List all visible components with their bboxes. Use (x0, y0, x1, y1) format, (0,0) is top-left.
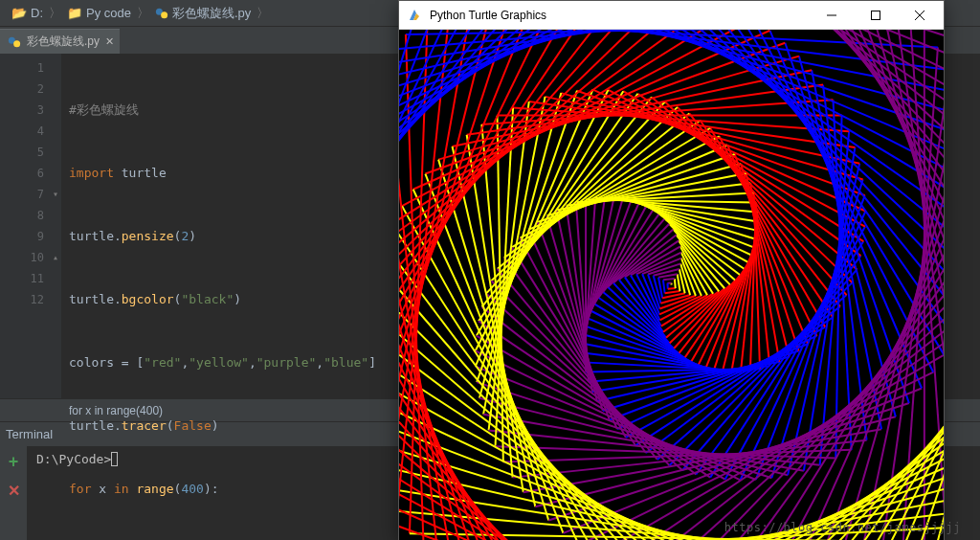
tab-file[interactable]: 彩色螺旋线.py ✕ (0, 29, 120, 54)
python-file-icon (155, 7, 168, 20)
tab-label: 彩色螺旋线.py (27, 34, 100, 50)
window-title-bar[interactable]: Python Turtle Graphics (399, 1, 944, 30)
svg-point-1 (161, 11, 167, 18)
turtle-app-icon (407, 8, 422, 23)
chevron-right-icon: 〉 (137, 0, 149, 27)
watermark: https://blog.csdn.net/jamesjjjjj (724, 521, 961, 534)
svg-point-3 (13, 40, 20, 47)
close-terminal-button[interactable]: ✕ (8, 482, 20, 500)
breadcrumb-item-drive[interactable]: 📂 D: (11, 0, 43, 27)
turtle-canvas (399, 30, 944, 540)
minimize-button[interactable] (810, 1, 854, 30)
chevron-right-icon: 〉 (49, 0, 61, 27)
add-terminal-button[interactable]: + (9, 452, 19, 472)
drive-icon: 📂 (11, 0, 27, 27)
close-icon (915, 11, 924, 20)
maximize-icon (871, 11, 880, 20)
close-icon[interactable]: ✕ (105, 35, 114, 48)
fold-column[interactable]: ▾ ▴ (50, 54, 61, 398)
svg-rect-5 (872, 11, 880, 19)
breadcrumb-item-folder[interactable]: 📁 Py code (67, 0, 131, 27)
line-number-gutter: 123 456 789 101112 (0, 54, 50, 398)
close-window-button[interactable] (898, 1, 942, 30)
window-title: Python Turtle Graphics (430, 9, 810, 22)
chevron-right-icon: 〉 (256, 0, 269, 27)
breadcrumb-item-file[interactable]: 彩色螺旋线.py (155, 0, 251, 27)
minimize-icon (827, 11, 836, 20)
python-file-icon (8, 35, 21, 49)
turtle-window[interactable]: Python Turtle Graphics (398, 0, 945, 540)
maximize-button[interactable] (854, 1, 898, 30)
folder-icon: 📁 (67, 0, 82, 27)
terminal-toolbar: + ✕ (0, 446, 27, 540)
